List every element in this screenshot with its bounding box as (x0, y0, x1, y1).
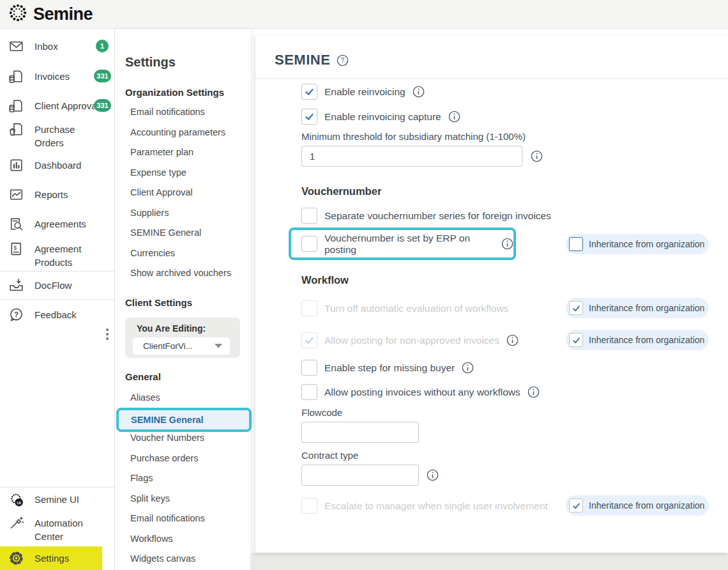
divider (255, 78, 728, 79)
checkbox-label: Allow posting invoices without any workf… (324, 387, 520, 398)
sidebar-item-settings[interactable]: Settings (0, 550, 100, 566)
nav-item-parameter-plan[interactable]: Parameter plan (130, 147, 193, 157)
info-icon[interactable] (427, 469, 439, 481)
nav-item-suppliers[interactable]: Suppliers (130, 208, 169, 218)
nav-item-aliases[interactable]: Aliases (130, 392, 160, 403)
checkbox-label: Escalate to manager when single user inv… (324, 500, 548, 512)
inheritance-checkbox[interactable] (569, 498, 583, 512)
sidebar-item-agreement-products[interactable]: $ Agreement Products (0, 241, 100, 269)
sidebar-item-label: Feedback (34, 307, 100, 321)
checkbox-label: Separate vouchernumber series for foreig… (324, 210, 551, 222)
sidebar-item-label: Dashboard (34, 157, 100, 172)
without-workflows-checkbox[interactable] (301, 384, 317, 400)
check-icon (304, 86, 315, 97)
nav-item-flags[interactable]: Flags (130, 473, 153, 483)
nav-item-semine-general-active[interactable]: SEMINE General (116, 408, 252, 432)
semine-logo[interactable]: Semine (8, 3, 93, 26)
inheritance-checkbox[interactable] (569, 301, 583, 315)
sidebar-item-purchase-orders[interactable]: Purchase Orders (0, 121, 100, 150)
nav-item-accounting-parameters[interactable]: Accounting parameters (130, 127, 225, 137)
sidebar-item-label: Inbox (34, 38, 100, 53)
client-approval-count-badge: 331 (94, 99, 111, 112)
client-settings-heading: Client Settings (125, 297, 192, 308)
nav-item-email-notifications-client[interactable]: Email notifications (130, 513, 205, 523)
allow-non-approved-row: Allow posting for non-approved invoices (301, 332, 519, 348)
enable-reinvoicing-capture-checkbox[interactable] (301, 109, 317, 125)
question-circle-icon[interactable]: ? (337, 54, 349, 66)
sidebar-item-invoices[interactable]: Invoices (0, 68, 100, 84)
you-are-editing-label: You Are Editing: (137, 323, 206, 334)
sidebar-divider (0, 271, 114, 272)
contract-type-input[interactable] (301, 465, 419, 486)
client-approval-icon (8, 98, 24, 114)
separate-series-checkbox[interactable] (301, 208, 317, 224)
missing-buyer-checkbox[interactable] (301, 360, 317, 376)
nav-item-workflows[interactable]: Workflows (130, 534, 173, 544)
info-icon[interactable] (527, 386, 540, 398)
turn-off-auto-eval-checkbox (301, 300, 317, 316)
sidebar-item-client-approval[interactable]: Client Approval (0, 98, 100, 114)
sidebar-item-label: Agreements (34, 216, 100, 231)
separate-series-row: Separate vouchernumber series for foreig… (301, 208, 551, 224)
nav-item-voucher-numbers[interactable]: Voucher Numbers (130, 433, 204, 443)
flowcode-label: Flowcode (301, 407, 342, 418)
checkbox-label: Vouchernumber is set by ERP on posting (324, 233, 494, 256)
svg-text:UI: UI (17, 500, 22, 505)
inheritance-label: Inheritance from organization (589, 239, 704, 249)
enable-reinvoicing-checkbox[interactable] (301, 84, 317, 100)
sidebar-item-automation-center[interactable]: Automation Center (0, 515, 100, 543)
sidebar-item-docflow[interactable]: DocFlow (0, 277, 100, 293)
info-icon[interactable] (413, 86, 425, 98)
flowcode-input[interactable] (301, 422, 419, 443)
nav-item-currencies[interactable]: Currencies (130, 248, 175, 258)
sidebar-item-inbox[interactable]: Inbox (0, 38, 100, 54)
active-nav-label: SEMINE General (131, 415, 204, 425)
nav-item-expense-type[interactable]: Expense type (130, 167, 186, 178)
semine-dotted-circle-icon (8, 3, 28, 26)
inheritance-label: Inheritance from organization (589, 335, 704, 345)
sidebar-kebab-menu[interactable] (106, 328, 109, 340)
inheritance-checkbox[interactable] (569, 237, 583, 251)
checkbox-label: Enable reinvoicing (324, 86, 406, 98)
inheritance-pill-auto-eval: Inheritance from organization (566, 298, 709, 318)
checkbox-label: Allow posting for non-approved invoices (324, 335, 499, 346)
info-icon[interactable] (501, 238, 513, 250)
settings-panel-title: Settings (125, 55, 176, 70)
sidebar-item-reports[interactable]: Reports (0, 187, 100, 203)
inheritance-checkbox[interactable] (569, 333, 583, 347)
erp-posting-checkbox[interactable] (301, 236, 317, 252)
nav-item-widgets-canvas[interactable]: Widgets canvas (130, 553, 195, 564)
info-icon[interactable] (506, 334, 519, 346)
info-icon[interactable] (531, 150, 543, 162)
sidebar-item-dashboard[interactable]: Dashboard (0, 157, 100, 173)
enable-reinvoicing-row: Enable reinvoicing (301, 84, 425, 100)
sidebar-item-semine-ui[interactable]: UI Semine UI (0, 491, 100, 507)
client-select-value: ClientForVi... (143, 341, 193, 351)
nav-item-purchase-orders[interactable]: Purchase orders (130, 453, 198, 463)
nav-item-email-notifications-org[interactable]: Email notifications (130, 107, 205, 117)
client-select-dropdown[interactable]: ClientForVi... (133, 337, 230, 355)
nav-item-split-keys[interactable]: Split keys (130, 493, 170, 504)
info-icon[interactable] (448, 111, 460, 123)
min-threshold-input[interactable] (301, 146, 522, 167)
sidebar-item-feedback[interactable]: ? Feedback (0, 307, 100, 323)
gear-icon (8, 550, 24, 566)
sidebar-item-label: Agreement Products (34, 241, 100, 269)
sidebar-item-label: Semine UI (34, 491, 100, 506)
top-header-bar: Semine (0, 0, 728, 29)
invoices-icon (8, 68, 24, 84)
app-root: Semine Inbox 1 Invoices 331 Client Appro… (0, 0, 728, 570)
sidebar-item-label: DocFlow (34, 277, 100, 292)
check-icon (572, 335, 581, 345)
sidebar-item-agreements[interactable]: Agreements (0, 216, 100, 232)
sidebar-item-label: Purchase Orders (34, 121, 100, 150)
workflow-heading: Workflow (301, 274, 349, 286)
nav-item-show-archived-vouchers[interactable]: Show archived vouchers (130, 268, 231, 278)
info-icon[interactable] (462, 362, 474, 374)
nav-item-client-approval[interactable]: Client Approval (130, 187, 193, 197)
agreement-products-icon: $ (8, 241, 24, 257)
nav-item-semine-general-org[interactable]: SEMINE General (130, 227, 201, 238)
svg-text:$: $ (13, 245, 17, 251)
sidebar-divider (0, 487, 114, 488)
sidebar-item-label: Automation Center (34, 515, 100, 543)
